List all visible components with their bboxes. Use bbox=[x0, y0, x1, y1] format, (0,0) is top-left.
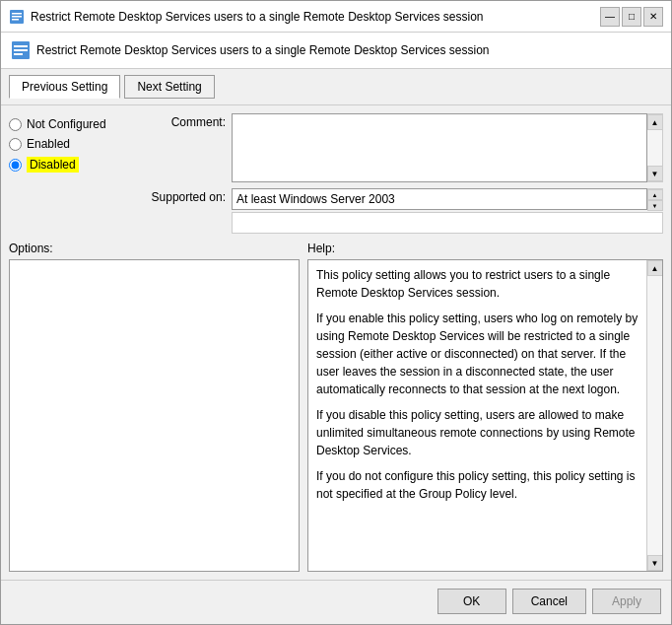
help-text: This policy setting allows you to restri… bbox=[308, 260, 646, 571]
radio-disabled-label: Disabled bbox=[27, 157, 79, 173]
svg-rect-5 bbox=[14, 45, 28, 47]
close-button[interactable]: ✕ bbox=[643, 7, 663, 27]
scroll-track bbox=[647, 130, 662, 166]
main-window: Restrict Remote Desktop Services users t… bbox=[0, 0, 672, 625]
header-band: Restrict Remote Desktop Services users t… bbox=[1, 33, 671, 69]
title-bar-left: Restrict Remote Desktop Services users t… bbox=[9, 9, 600, 25]
help-para-2: If you enable this policy setting, users… bbox=[316, 310, 638, 398]
ok-button[interactable]: OK bbox=[437, 589, 506, 614]
bottom-section: Options: Help: This policy setting allow… bbox=[9, 242, 663, 572]
maximize-button[interactable]: □ bbox=[622, 7, 641, 27]
comment-scrollbar: ▲ ▼ bbox=[647, 113, 663, 182]
supported-label: Supported on: bbox=[137, 188, 226, 204]
svg-rect-1 bbox=[12, 13, 22, 15]
window-icon bbox=[9, 9, 25, 25]
nav-bar: Previous Setting Next Setting bbox=[1, 69, 671, 105]
supported-row: Supported on: At least Windows Server 20… bbox=[137, 188, 663, 234]
supported-scrollbar: ▲ ▼ bbox=[647, 188, 663, 210]
radio-not-configured[interactable]: Not Configured bbox=[9, 117, 127, 131]
header-icon bbox=[11, 40, 31, 60]
title-bar: Restrict Remote Desktop Services users t… bbox=[1, 1, 671, 33]
comment-row: Comment: ▲ ▼ bbox=[137, 113, 663, 182]
cancel-button[interactable]: Cancel bbox=[512, 589, 586, 614]
supported-value: At least Windows Server 2003 bbox=[232, 188, 647, 210]
options-box bbox=[9, 259, 300, 572]
svg-rect-6 bbox=[14, 49, 28, 51]
radio-not-configured-label: Not Configured bbox=[27, 117, 106, 131]
svg-rect-2 bbox=[12, 16, 22, 18]
radio-enabled-input[interactable] bbox=[9, 138, 22, 151]
header-text: Restrict Remote Desktop Services users t… bbox=[36, 43, 490, 57]
help-scroll-down[interactable]: ▼ bbox=[647, 555, 663, 571]
minimize-button[interactable]: — bbox=[600, 7, 620, 27]
supported-scroll-down[interactable]: ▼ bbox=[647, 200, 663, 211]
next-setting-button[interactable]: Next Setting bbox=[124, 75, 214, 99]
button-bar: OK Cancel Apply bbox=[1, 580, 671, 624]
svg-rect-3 bbox=[12, 19, 19, 21]
help-para-3: If you disable this policy setting, user… bbox=[316, 406, 638, 459]
options-panel: Options: bbox=[9, 242, 300, 572]
help-para-1: This policy setting allows you to restri… bbox=[316, 266, 638, 302]
top-section: Not Configured Enabled Disabled Comment: bbox=[9, 113, 663, 234]
help-content-wrapper: This policy setting allows you to restri… bbox=[307, 259, 663, 572]
content-area: Not Configured Enabled Disabled Comment: bbox=[1, 105, 671, 580]
comment-textarea-wrapper: ▲ ▼ bbox=[232, 113, 663, 182]
supported-empty-row bbox=[232, 212, 663, 234]
right-fields: Comment: ▲ ▼ Support bbox=[137, 113, 663, 234]
title-controls: — □ ✕ bbox=[600, 7, 663, 27]
help-label: Help: bbox=[307, 242, 663, 255]
supported-scroll-up[interactable]: ▲ bbox=[647, 189, 663, 200]
svg-rect-7 bbox=[14, 53, 23, 55]
help-para-4: If you do not configure this policy sett… bbox=[316, 467, 638, 503]
radio-group: Not Configured Enabled Disabled bbox=[9, 113, 127, 234]
comment-textarea[interactable] bbox=[232, 113, 647, 182]
apply-button[interactable]: Apply bbox=[592, 589, 661, 614]
scroll-down-arrow[interactable]: ▼ bbox=[647, 166, 663, 181]
supported-value-wrapper: At least Windows Server 2003 ▲ ▼ bbox=[232, 188, 663, 210]
comment-label: Comment: bbox=[137, 113, 226, 129]
radio-enabled-label: Enabled bbox=[27, 137, 70, 151]
radio-not-configured-input[interactable] bbox=[9, 118, 22, 131]
supported-field-wrapper: At least Windows Server 2003 ▲ ▼ bbox=[232, 188, 663, 234]
scroll-up-arrow[interactable]: ▲ bbox=[647, 114, 663, 130]
radio-disabled-input[interactable] bbox=[9, 159, 22, 172]
help-scroll-track bbox=[647, 276, 662, 555]
help-panel: Help: This policy setting allows you to … bbox=[307, 242, 663, 572]
options-label: Options: bbox=[9, 242, 300, 255]
window-title: Restrict Remote Desktop Services users t… bbox=[31, 10, 484, 24]
radio-disabled[interactable]: Disabled bbox=[9, 157, 127, 173]
radio-enabled[interactable]: Enabled bbox=[9, 137, 127, 151]
help-scroll-up[interactable]: ▲ bbox=[647, 260, 663, 276]
prev-setting-button[interactable]: Previous Setting bbox=[9, 75, 120, 99]
help-scrollbar: ▲ ▼ bbox=[646, 260, 662, 571]
comment-field-wrapper: ▲ ▼ bbox=[232, 113, 663, 182]
